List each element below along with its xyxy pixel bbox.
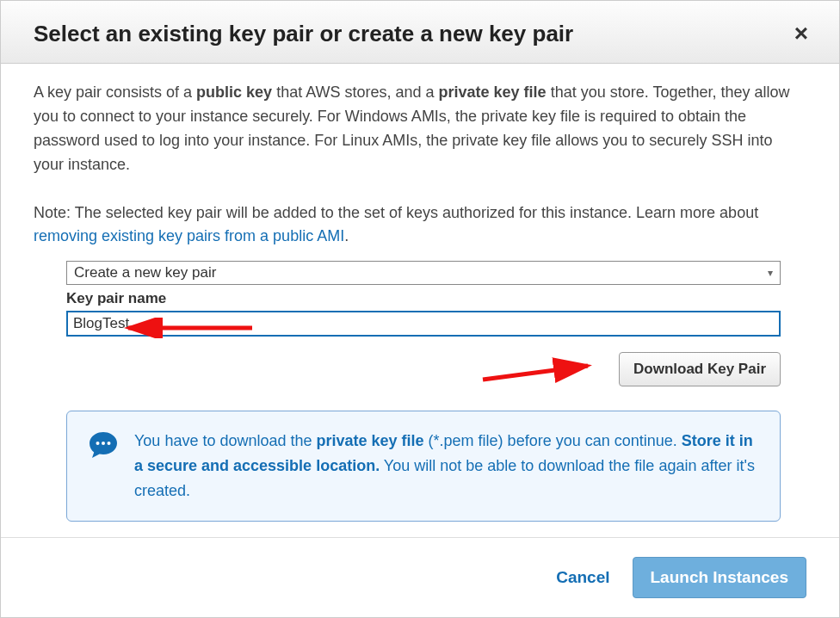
note-text: Note: The selected key pair will be adde… xyxy=(34,204,758,221)
svg-point-2 xyxy=(96,442,100,445)
form-block: Create a new key pair ▾ Key pair name Do… xyxy=(34,261,806,521)
cancel-button[interactable]: Cancel xyxy=(556,568,609,587)
description-paragraph: A key pair consists of a public key that… xyxy=(34,81,806,177)
info-pre: You have to download the xyxy=(134,432,317,449)
info-bold-private-key: private key file xyxy=(317,432,424,449)
download-keypair-button[interactable]: Download Key Pair xyxy=(619,352,781,386)
launch-instances-button[interactable]: Launch Instances xyxy=(633,557,807,598)
svg-point-3 xyxy=(102,442,105,445)
dialog-footer: Cancel Launch Instances xyxy=(1,537,839,617)
select-value: Create a new key pair xyxy=(74,264,216,281)
keypair-name-input[interactable] xyxy=(66,311,781,337)
note-dot: . xyxy=(344,227,349,244)
info-mid: (*.pem file) before you can continue. xyxy=(424,432,682,449)
note-paragraph: Note: The selected key pair will be adde… xyxy=(34,201,806,250)
info-alert: You have to download the private key fil… xyxy=(66,411,781,521)
desc-bold-private-key: private key file xyxy=(439,83,547,101)
remove-keypairs-link[interactable]: removing existing key pairs from a publi… xyxy=(34,227,344,244)
close-icon[interactable]: × xyxy=(789,20,813,47)
dialog-body: A key pair consists of a public key that… xyxy=(1,64,839,537)
dialog-header: Select an existing key pair or create a … xyxy=(1,1,839,64)
svg-point-4 xyxy=(108,442,111,445)
keypair-name-label: Key pair name xyxy=(66,290,806,307)
desc-bold-public-key: public key xyxy=(196,83,272,101)
download-row: Download Key Pair xyxy=(66,352,781,386)
keypair-dialog: Select an existing key pair or create a … xyxy=(0,0,840,618)
keypair-mode-select[interactable]: Create a new key pair ▾ xyxy=(66,261,781,285)
dialog-title: Select an existing key pair or create a … xyxy=(34,21,573,47)
svg-line-0 xyxy=(483,366,588,380)
speech-bubble-icon xyxy=(86,429,120,463)
desc-text: A key pair consists of a xyxy=(34,83,196,101)
annotation-arrow-icon xyxy=(479,357,600,388)
desc-text: that AWS stores, and a xyxy=(272,83,438,101)
chevron-down-icon: ▾ xyxy=(768,267,773,279)
info-text: You have to download the private key fil… xyxy=(134,429,761,503)
